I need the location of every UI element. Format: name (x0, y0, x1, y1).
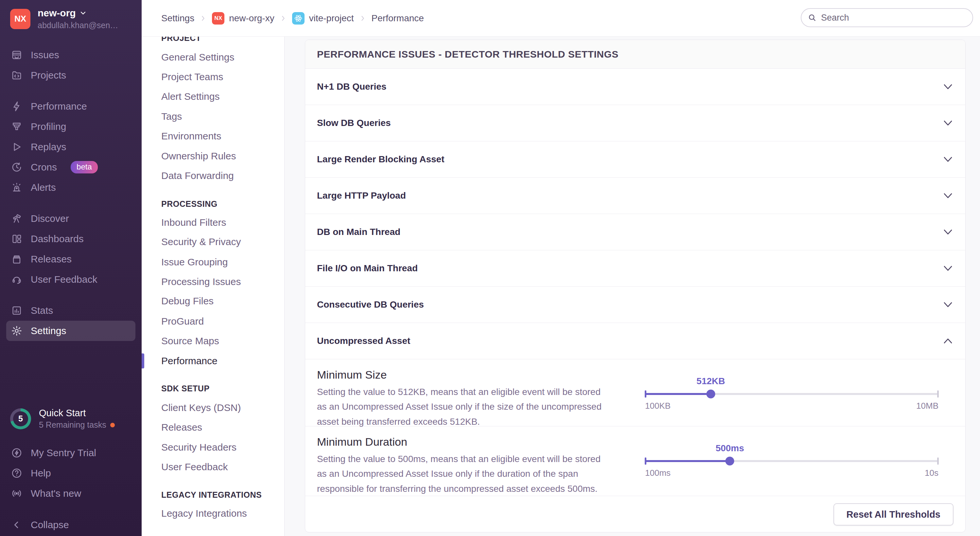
subnav-item-performance[interactable]: Performance (161, 356, 218, 367)
chevron-right-icon (199, 15, 207, 22)
accordion-row-large-http-payload[interactable]: Large HTTP Payload (305, 178, 965, 214)
org-switcher[interactable]: NX new-org abdullah.khan@sen… (10, 8, 118, 30)
sidebar-item-alerts[interactable]: Alerts (0, 177, 142, 198)
quick-start[interactable]: 5 Quick Start 5 Remaining tasks (10, 408, 115, 430)
sidebar-item-label: Releases (31, 254, 72, 265)
slider-thumb[interactable] (706, 390, 715, 399)
top-bar: Settings NX new-org-xy vite-project Perf… (142, 0, 980, 37)
sidebar-item-label: User Feedback (31, 274, 97, 285)
search-input[interactable] (820, 13, 966, 23)
sidebar-item-crons[interactable]: Crons beta (0, 157, 142, 177)
subnav-section-sdk-setup: SDK SETUP (161, 384, 210, 393)
chevron-down-icon (942, 228, 953, 236)
slider-thumb[interactable] (725, 457, 734, 466)
sidebar-item-stats[interactable]: Stats (0, 300, 142, 321)
accordion-row-file-io-on-main-thread[interactable]: File I/O on Main Thread (305, 250, 965, 287)
breadcrumb: Settings NX new-org-xy vite-project Perf… (142, 12, 424, 24)
chevron-down-icon (79, 9, 87, 17)
accordion-row-large-render-blocking-asset[interactable]: Large Render Blocking Asset (305, 141, 965, 178)
accordion-row-uncompressed-asset[interactable]: Uncompressed Asset (305, 323, 965, 359)
lightning-icon (11, 101, 22, 112)
detector-threshold-card: PERFORMANCE ISSUES - DETECTOR THRESHOLD … (305, 40, 966, 533)
subnav-item-source-maps[interactable]: Source Maps (161, 335, 219, 346)
main-content: PERFORMANCE ISSUES - DETECTOR THRESHOLD … (285, 37, 980, 536)
sidebar-item-whats-new[interactable]: What's new (0, 483, 142, 504)
org-chip: NX (212, 12, 224, 24)
subnav-item-proguard[interactable]: ProGuard (161, 316, 204, 327)
subnav-item-issue-grouping[interactable]: Issue Grouping (161, 257, 228, 268)
search-box (801, 8, 973, 27)
subnav-item-user-feedback[interactable]: User Feedback (161, 461, 228, 472)
subnav-item-ownership-rules[interactable]: Ownership Rules (161, 150, 236, 162)
breadcrumb-org[interactable]: NX new-org-xy (212, 12, 274, 24)
app-sidebar: NX new-org abdullah.khan@sen… Issues Pro… (0, 0, 142, 536)
react-project-icon (292, 12, 304, 24)
accordion-row-db-on-main-thread[interactable]: DB on Main Thread (305, 214, 965, 250)
sidebar-item-label: What's new (31, 488, 81, 499)
subnav-item-inbound-filters[interactable]: Inbound Filters (161, 217, 226, 228)
sidebar-item-issues[interactable]: Issues (0, 45, 142, 65)
accordion-row-slow-db-queries[interactable]: Slow DB Queries (305, 105, 965, 141)
sidebar-item-settings[interactable]: Settings (6, 321, 135, 341)
subnav-item-data-forwarding[interactable]: Data Forwarding (161, 170, 234, 181)
subnav-item-tags[interactable]: Tags (161, 111, 182, 122)
clock-history-icon (11, 162, 22, 173)
subnav-item-alert-settings[interactable]: Alert Settings (161, 91, 220, 102)
accordion-row-n1-db-queries[interactable]: N+1 DB Queries (305, 69, 965, 105)
sidebar-item-discover[interactable]: Discover (0, 209, 142, 229)
quick-start-title: Quick Start (39, 408, 115, 418)
sidebar-collapse-button[interactable]: Collapse (0, 515, 142, 535)
sidebar-item-label: Dashboards (31, 233, 84, 244)
collapse-row: Collapse (0, 515, 142, 535)
sidebar-item-dashboards[interactable]: Dashboards (0, 229, 142, 249)
subnav-item-general-settings[interactable]: General Settings (161, 52, 234, 63)
card-footer: Reset All Thresholds (305, 496, 965, 533)
quick-start-subtitle: 5 Remaining tasks (39, 420, 106, 430)
reset-all-thresholds-button[interactable]: Reset All Thresholds (834, 503, 953, 525)
archive-icon (11, 254, 22, 265)
setting-description: Setting the value to 512KB, means that a… (317, 384, 605, 429)
subnav-item-security-headers[interactable]: Security Headers (161, 442, 237, 453)
profiling-icon (11, 121, 22, 132)
sidebar-item-label: Replays (31, 141, 66, 153)
breadcrumb-project[interactable]: vite-project (292, 12, 354, 24)
slider-min-label: 100KB (645, 401, 671, 411)
subnav-item-debug-files[interactable]: Debug Files (161, 295, 213, 306)
sidebar-item-label: My Sentry Trial (31, 447, 96, 458)
sidebar-item-performance[interactable]: Performance (0, 96, 142, 116)
subnav-item-security-privacy[interactable]: Security & Privacy (161, 236, 241, 247)
accordion-row-consecutive-db-queries[interactable]: Consecutive DB Queries (305, 287, 965, 323)
minimum-duration-slider[interactable]: 500ms 100ms 10s (645, 460, 939, 462)
subnav-item-legacy-integrations[interactable]: Legacy Integrations (161, 508, 247, 519)
sidebar-item-my-sentry-trial[interactable]: My Sentry Trial (0, 443, 142, 463)
sidebar-item-releases[interactable]: Releases (0, 249, 142, 269)
subnav-item-releases[interactable]: Releases (161, 422, 202, 433)
search-icon (808, 13, 816, 22)
subnav-item-environments[interactable]: Environments (161, 131, 221, 142)
sidebar-item-user-feedback[interactable]: User Feedback (0, 269, 142, 290)
subnav-section-legacy-integrations: LEGACY INTEGRATIONS (161, 490, 262, 500)
active-item-indicator (142, 353, 144, 368)
chevron-down-icon (942, 83, 953, 90)
chevron-down-icon (942, 156, 953, 163)
org-email: abdullah.khan@sen… (38, 21, 118, 30)
sidebar-item-label: Profiling (31, 121, 66, 132)
sidebar-item-replays[interactable]: Replays (0, 137, 142, 157)
sidebar-item-label: Projects (31, 70, 66, 81)
subnav-item-client-keys[interactable]: Client Keys (DSN) (161, 402, 241, 413)
sidebar-item-help[interactable]: Help (0, 463, 142, 483)
subnav-item-project-teams[interactable]: Project Teams (161, 71, 223, 83)
issues-icon (11, 49, 22, 61)
chevron-down-icon (942, 265, 953, 272)
bar-chart-icon (11, 305, 22, 316)
sidebar-item-label: Collapse (31, 519, 69, 530)
broadcast-icon (11, 488, 22, 499)
sidebar-item-label: Crons (31, 162, 57, 173)
chevron-right-icon (280, 15, 287, 22)
minimum-size-slider[interactable]: 512KB 100KB 10MB (645, 393, 939, 395)
sidebar-item-profiling[interactable]: Profiling (0, 116, 142, 137)
breadcrumb-settings[interactable]: Settings (161, 13, 194, 24)
card-title: PERFORMANCE ISSUES - DETECTOR THRESHOLD … (317, 49, 619, 60)
sidebar-item-projects[interactable]: Projects (0, 65, 142, 85)
subnav-item-processing-issues[interactable]: Processing Issues (161, 276, 241, 287)
